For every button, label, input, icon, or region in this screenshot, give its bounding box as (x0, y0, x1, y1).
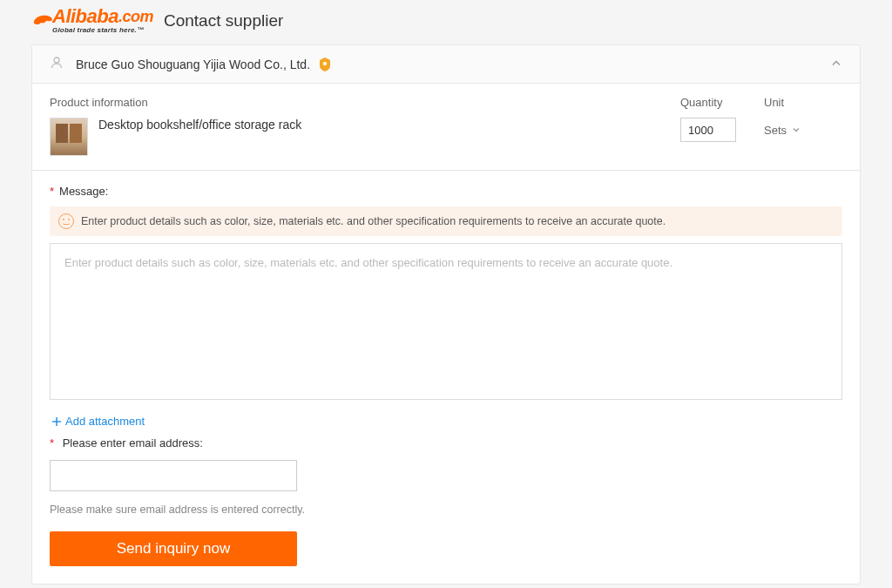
gold-supplier-icon (319, 57, 331, 71)
unit-selected-value: Sets (764, 124, 787, 137)
product-title: Desktop bookshelf/office storage rack (98, 118, 301, 132)
supplier-header: Bruce Guo Shouguang Yijia Wood Co., Ltd. (32, 45, 860, 84)
svg-point-0 (54, 57, 59, 63)
unit-label: Unit (764, 96, 842, 109)
email-input[interactable] (50, 460, 297, 491)
alibaba-hand-icon (31, 11, 54, 30)
message-label: *Message: (50, 185, 842, 198)
send-inquiry-button[interactable]: Send inquiry now (50, 531, 297, 566)
add-attachment-link[interactable]: Add attachment (51, 415, 145, 428)
add-attachment-label: Add attachment (65, 415, 145, 428)
email-label: * Please enter email address: (50, 436, 842, 449)
logo-tagline: Global trade starts here.™ (52, 27, 153, 34)
smile-icon (58, 213, 74, 229)
logo-text: Alibaba (52, 7, 118, 26)
product-thumbnail (50, 118, 88, 156)
product-info-label: Product information (50, 96, 680, 109)
email-note: Please make sure email address is entere… (50, 504, 842, 516)
logo-dotcom: .com (118, 9, 153, 24)
alibaba-logo: Alibaba.com Global trade starts here.™ (52, 7, 153, 34)
quantity-input[interactable] (680, 118, 736, 142)
inquiry-card: Bruce Guo Shouguang Yijia Wood Co., Ltd.… (31, 44, 861, 585)
message-hint: Enter product details such as color, siz… (50, 206, 842, 236)
unit-select[interactable]: Sets (764, 118, 842, 142)
quantity-label: Quantity (680, 96, 759, 109)
message-block: *Message: Enter product details such as … (32, 171, 860, 436)
supplier-name: Bruce Guo Shouguang Yijia Wood Co., Ltd. (76, 57, 310, 71)
svg-point-1 (323, 61, 328, 65)
required-asterisk: * (50, 436, 54, 449)
message-textarea[interactable] (50, 243, 842, 400)
page-header: Alibaba.com Global trade starts here.™ C… (0, 7, 892, 39)
page-title: Contact supplier (164, 11, 283, 30)
product-info-row: Product information Desktop bookshelf/of… (32, 84, 860, 171)
required-asterisk: * (50, 185, 54, 198)
person-icon (50, 56, 64, 72)
collapse-toggle[interactable] (830, 57, 842, 71)
message-hint-text: Enter product details such as color, siz… (81, 215, 666, 227)
email-block: * Please enter email address: Please mak… (32, 436, 860, 584)
plus-icon (51, 416, 62, 427)
chevron-down-icon (792, 125, 801, 134)
